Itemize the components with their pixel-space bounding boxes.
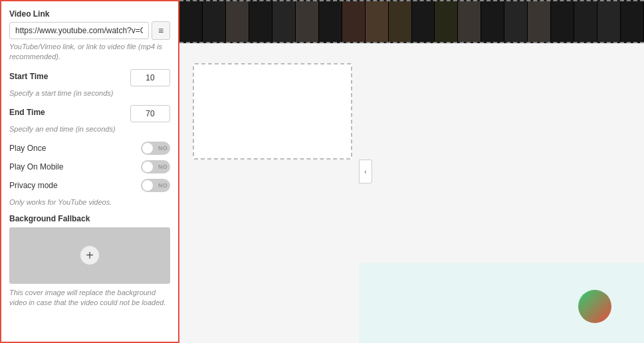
privacy-mode-slider: NO [141, 179, 170, 192]
start-time-label: Start Time [9, 72, 48, 81]
film-frame [528, 1, 551, 42]
film-frame [504, 1, 528, 42]
bottom-section [359, 263, 644, 343]
play-once-label: Play Once [9, 144, 46, 153]
film-frame [574, 1, 597, 42]
start-time-row: Start Time [9, 69, 170, 86]
end-time-label: End Time [9, 108, 45, 117]
film-frame [203, 1, 226, 42]
film-frame [366, 1, 389, 42]
privacy-mode-label: Privacy mode [9, 181, 58, 190]
start-time-group: Start Time Specify a start time (in seco… [9, 69, 170, 98]
film-frame [179, 1, 203, 42]
left-arrow-icon: ‹ [364, 168, 366, 175]
video-link-hint: YouTube/Vimeo link, or link to video fil… [9, 42, 170, 62]
plus-icon: + [86, 248, 94, 263]
privacy-mode-toggle-text: NO [158, 182, 167, 189]
bg-fallback-label: Background Fallback [9, 214, 170, 223]
play-on-mobile-toggle[interactable]: NO [141, 160, 170, 173]
film-frame [249, 1, 272, 42]
video-strip [179, 0, 644, 43]
bg-fallback-plus-icon: + [80, 246, 99, 265]
play-once-toggle-text: NO [158, 145, 167, 152]
film-frame [458, 1, 481, 42]
start-time-input[interactable] [130, 69, 170, 86]
film-frame [342, 1, 366, 42]
film-frame [296, 1, 319, 42]
film-frame [435, 1, 458, 42]
bg-fallback-hint: This cover image will replace the backgr… [9, 288, 170, 308]
film-frame [389, 1, 412, 42]
dashed-preview-box [193, 63, 352, 160]
video-link-input[interactable] [9, 22, 149, 39]
end-time-input[interactable] [130, 105, 170, 122]
film-frame [551, 1, 574, 42]
bottom-logo [578, 290, 611, 323]
preview-area: ‹ [179, 0, 644, 343]
play-once-slider: NO [141, 142, 170, 155]
privacy-mode-row: Privacy mode NO [9, 179, 170, 192]
start-time-hint: Specify a start time (in seconds) [9, 88, 170, 98]
play-on-mobile-slider: NO [141, 160, 170, 173]
film-frame [481, 1, 504, 42]
end-time-group: End Time Specify an end time (in seconds… [9, 105, 170, 134]
video-link-group: Video Link ≡ YouTube/Vimeo link, or link… [9, 9, 170, 62]
video-link-label: Video Link [9, 9, 170, 19]
film-frame [272, 1, 296, 42]
bg-fallback-upload-area[interactable]: + [9, 227, 170, 284]
settings-panel: Video Link ≡ YouTube/Vimeo link, or link… [0, 0, 179, 343]
privacy-mode-toggle[interactable]: NO [141, 179, 170, 192]
film-frame [597, 1, 621, 42]
film-frame [621, 1, 644, 42]
bg-fallback-group: Background Fallback + This cover image w… [9, 214, 170, 308]
collapse-button[interactable]: ‹ [359, 160, 372, 183]
play-on-mobile-row: Play On Mobile NO [9, 160, 170, 173]
privacy-hint: Only works for YouTube videos. [9, 197, 170, 207]
film-frame [226, 1, 249, 42]
film-frame [412, 1, 435, 42]
end-time-hint: Specify an end time (in seconds) [9, 124, 170, 134]
play-on-mobile-label: Play On Mobile [9, 162, 63, 172]
play-on-mobile-toggle-text: NO [158, 164, 167, 170]
video-link-menu-button[interactable]: ≡ [152, 21, 170, 40]
play-once-toggle[interactable]: NO [141, 142, 170, 155]
play-once-row: Play Once NO [9, 142, 170, 155]
lines-icon: ≡ [158, 25, 163, 36]
video-link-row: ≡ [9, 21, 170, 40]
end-time-row: End Time [9, 105, 170, 122]
film-frame [319, 1, 342, 42]
video-strip-inner [179, 1, 644, 42]
